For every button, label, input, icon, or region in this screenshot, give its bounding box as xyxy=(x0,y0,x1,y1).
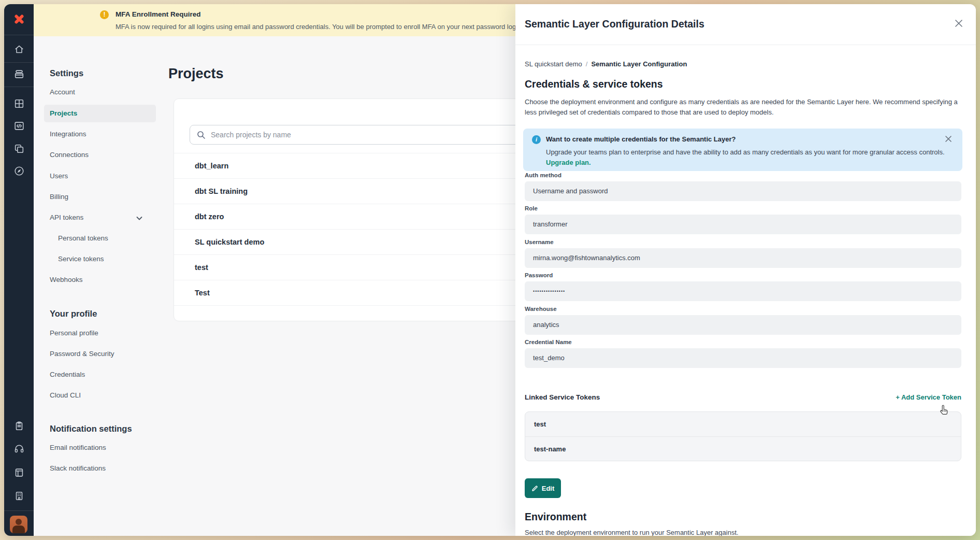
role-input[interactable]: transformer xyxy=(525,215,961,234)
info-icon: i xyxy=(532,135,541,144)
upgrade-plan-link[interactable]: Upgrade plan. xyxy=(546,159,591,166)
environment-title: Environment xyxy=(525,511,586,523)
panel-header-divider xyxy=(515,45,976,45)
sidebar-item-users[interactable]: Users xyxy=(50,172,68,180)
edit-button[interactable]: Edit xyxy=(525,478,561,498)
dbt-logo[interactable] xyxy=(4,8,34,31)
breadcrumb: SL quickstart demo/Semantic Layer Config… xyxy=(525,60,687,68)
sidebar-item-integrations[interactable]: Integrations xyxy=(50,130,87,138)
support-icon[interactable] xyxy=(4,437,34,460)
info-body: Upgrade your teams plan to enterprise an… xyxy=(546,148,945,156)
sidebar-item-projects[interactable]: Projects xyxy=(50,109,77,117)
field-password: Password ••••••••••••••• xyxy=(525,272,961,301)
sidebar-item-personal-tokens[interactable]: Personal tokens xyxy=(58,234,108,242)
search-icon xyxy=(197,131,206,139)
field-auth-method: Auth method Username and password xyxy=(525,172,961,201)
field-warehouse: Warehouse analytics xyxy=(525,306,961,335)
pencil-icon xyxy=(531,485,538,492)
rail-divider xyxy=(4,35,34,35)
username-input[interactable]: mirna.wong@fishtownanalytics.com xyxy=(525,248,961,268)
field-label: Password xyxy=(525,272,961,278)
breadcrumb-current: Semantic Layer Configuration xyxy=(591,60,687,68)
warehouse-input[interactable]: analytics xyxy=(525,315,961,335)
banner-title: MFA Enrollment Required xyxy=(116,10,201,18)
organization-icon[interactable] xyxy=(4,485,34,507)
section-title: Credentials & service tokens xyxy=(525,78,663,90)
home-icon[interactable] xyxy=(4,38,34,61)
field-username: Username mirna.wong@fishtownanalytics.co… xyxy=(525,239,961,268)
chevron-down-icon[interactable] xyxy=(135,214,143,224)
password-input[interactable]: ••••••••••••••• xyxy=(525,281,961,301)
environments-icon[interactable] xyxy=(4,137,34,160)
explore-icon[interactable] xyxy=(4,160,34,182)
dashboard-icon[interactable] xyxy=(4,92,34,115)
close-icon[interactable] xyxy=(954,19,963,28)
docs-icon[interactable] xyxy=(4,461,34,484)
sidebar-item-password-security[interactable]: Password & Security xyxy=(50,350,114,358)
linked-service-tokens-label: Linked Service Tokens xyxy=(525,393,600,401)
field-label: Username xyxy=(525,239,961,245)
profile-nav-title: Your profile xyxy=(50,309,97,319)
app-window: ! MFA Enrollment Required MFA is now req… xyxy=(4,4,976,536)
sidebar-item-personal-profile[interactable]: Personal profile xyxy=(50,329,98,337)
breadcrumb-parent[interactable]: SL quickstart demo xyxy=(525,60,582,68)
field-label: Auth method xyxy=(525,172,961,178)
warning-icon: ! xyxy=(100,10,109,19)
field-credential-name: Credential Name test_demo xyxy=(525,339,961,368)
sidebar-item-cloud-cli[interactable]: Cloud CLI xyxy=(50,391,81,399)
credential-name-input[interactable]: test_demo xyxy=(525,348,961,368)
sidebar-item-credentials[interactable]: Credentials xyxy=(50,371,85,378)
environment-description: Select the deployment environment to run… xyxy=(525,529,962,536)
rail-divider xyxy=(4,87,34,87)
panel-title: Semantic Layer Configuration Details xyxy=(525,18,704,30)
field-label: Credential Name xyxy=(525,339,961,345)
sidebar-item-connections[interactable]: Connections xyxy=(50,151,89,159)
semantic-layer-panel: Semantic Layer Configuration Details SL … xyxy=(515,4,976,536)
field-label: Role xyxy=(525,205,961,211)
sidebar-item-account[interactable]: Account xyxy=(50,88,75,96)
sidebar-item-service-tokens[interactable]: Service tokens xyxy=(58,255,104,263)
auth-method-input[interactable]: Username and password xyxy=(525,181,961,201)
sidebar-item-billing[interactable]: Billing xyxy=(50,193,68,201)
develop-icon[interactable] xyxy=(4,115,34,137)
sidebar-item-api-tokens[interactable]: API tokens xyxy=(50,214,83,221)
service-token-row[interactable]: test xyxy=(525,412,961,436)
upgrade-info-box: i Want to create multiple credentials fo… xyxy=(523,129,962,171)
changelog-icon[interactable] xyxy=(4,415,34,437)
service-tokens-list: test test-name xyxy=(525,411,961,461)
settings-nav-title: Settings xyxy=(50,68,83,78)
mfa-banner: ! MFA Enrollment Required MFA is now req… xyxy=(34,4,515,36)
deploy-icon[interactable] xyxy=(4,63,34,86)
sidebar-item-webhooks[interactable]: Webhooks xyxy=(50,276,83,283)
close-icon[interactable] xyxy=(945,135,952,143)
sidebar-item-slack-notifications[interactable]: Slack notifications xyxy=(50,464,106,472)
add-service-token-button[interactable]: + Add Service Token xyxy=(896,393,961,401)
sidebar-item-email-notifications[interactable]: Email notifications xyxy=(50,444,106,451)
page-title: Projects xyxy=(168,66,224,82)
section-description: Choose the deployment environment and co… xyxy=(525,97,962,118)
icon-rail xyxy=(4,4,34,536)
field-role: Role transformer xyxy=(525,205,961,234)
notifications-nav-title: Notification settings xyxy=(50,424,132,434)
service-token-row[interactable]: test-name xyxy=(525,436,961,461)
info-title: Want to create multiple credentials for … xyxy=(546,135,736,143)
user-avatar[interactable] xyxy=(10,516,27,533)
field-label: Warehouse xyxy=(525,306,961,312)
rail-divider xyxy=(4,510,34,511)
banner-message: MFA is now required for all logins using… xyxy=(116,23,515,31)
